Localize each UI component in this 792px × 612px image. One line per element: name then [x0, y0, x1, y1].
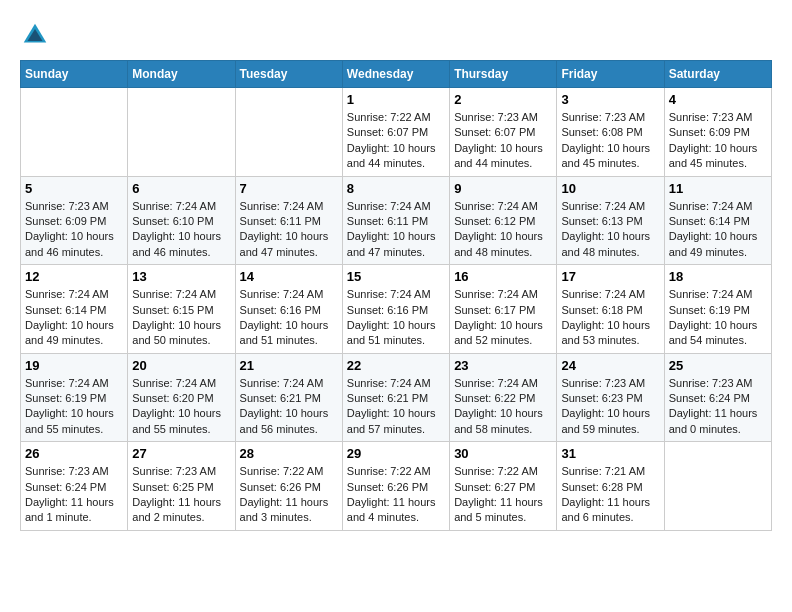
- logo-icon: [20, 20, 50, 50]
- day-number: 9: [454, 181, 552, 196]
- day-number: 26: [25, 446, 123, 461]
- day-info: Sunrise: 7:24 AM Sunset: 6:22 PM Dayligh…: [454, 376, 552, 438]
- calendar-cell: 22Sunrise: 7:24 AM Sunset: 6:21 PM Dayli…: [342, 353, 449, 442]
- day-info: Sunrise: 7:23 AM Sunset: 6:07 PM Dayligh…: [454, 110, 552, 172]
- day-number: 30: [454, 446, 552, 461]
- day-number: 1: [347, 92, 445, 107]
- day-info: Sunrise: 7:24 AM Sunset: 6:17 PM Dayligh…: [454, 287, 552, 349]
- calendar-cell: 28Sunrise: 7:22 AM Sunset: 6:26 PM Dayli…: [235, 442, 342, 531]
- day-info: Sunrise: 7:24 AM Sunset: 6:21 PM Dayligh…: [240, 376, 338, 438]
- calendar-cell: 21Sunrise: 7:24 AM Sunset: 6:21 PM Dayli…: [235, 353, 342, 442]
- day-number: 12: [25, 269, 123, 284]
- day-header-saturday: Saturday: [664, 61, 771, 88]
- day-number: 5: [25, 181, 123, 196]
- calendar-cell: [21, 88, 128, 177]
- day-info: Sunrise: 7:24 AM Sunset: 6:13 PM Dayligh…: [561, 199, 659, 261]
- day-info: Sunrise: 7:24 AM Sunset: 6:12 PM Dayligh…: [454, 199, 552, 261]
- day-header-friday: Friday: [557, 61, 664, 88]
- calendar-cell: 14Sunrise: 7:24 AM Sunset: 6:16 PM Dayli…: [235, 265, 342, 354]
- calendar-cell: 25Sunrise: 7:23 AM Sunset: 6:24 PM Dayli…: [664, 353, 771, 442]
- day-header-thursday: Thursday: [450, 61, 557, 88]
- day-number: 27: [132, 446, 230, 461]
- calendar-cell: 7Sunrise: 7:24 AM Sunset: 6:11 PM Daylig…: [235, 176, 342, 265]
- calendar-cell: 12Sunrise: 7:24 AM Sunset: 6:14 PM Dayli…: [21, 265, 128, 354]
- week-row-3: 12Sunrise: 7:24 AM Sunset: 6:14 PM Dayli…: [21, 265, 772, 354]
- calendar-cell: 4Sunrise: 7:23 AM Sunset: 6:09 PM Daylig…: [664, 88, 771, 177]
- day-number: 13: [132, 269, 230, 284]
- day-info: Sunrise: 7:24 AM Sunset: 6:10 PM Dayligh…: [132, 199, 230, 261]
- day-number: 17: [561, 269, 659, 284]
- day-info: Sunrise: 7:21 AM Sunset: 6:28 PM Dayligh…: [561, 464, 659, 526]
- day-info: Sunrise: 7:23 AM Sunset: 6:09 PM Dayligh…: [25, 199, 123, 261]
- week-row-2: 5Sunrise: 7:23 AM Sunset: 6:09 PM Daylig…: [21, 176, 772, 265]
- day-info: Sunrise: 7:24 AM Sunset: 6:11 PM Dayligh…: [240, 199, 338, 261]
- day-info: Sunrise: 7:24 AM Sunset: 6:21 PM Dayligh…: [347, 376, 445, 438]
- calendar-cell: 10Sunrise: 7:24 AM Sunset: 6:13 PM Dayli…: [557, 176, 664, 265]
- day-number: 15: [347, 269, 445, 284]
- day-header-sunday: Sunday: [21, 61, 128, 88]
- day-info: Sunrise: 7:24 AM Sunset: 6:19 PM Dayligh…: [669, 287, 767, 349]
- calendar-cell: 19Sunrise: 7:24 AM Sunset: 6:19 PM Dayli…: [21, 353, 128, 442]
- day-number: 7: [240, 181, 338, 196]
- day-number: 31: [561, 446, 659, 461]
- day-number: 19: [25, 358, 123, 373]
- day-info: Sunrise: 7:24 AM Sunset: 6:20 PM Dayligh…: [132, 376, 230, 438]
- calendar-cell: 15Sunrise: 7:24 AM Sunset: 6:16 PM Dayli…: [342, 265, 449, 354]
- calendar-cell: 18Sunrise: 7:24 AM Sunset: 6:19 PM Dayli…: [664, 265, 771, 354]
- day-number: 18: [669, 269, 767, 284]
- calendar-cell: 17Sunrise: 7:24 AM Sunset: 6:18 PM Dayli…: [557, 265, 664, 354]
- day-info: Sunrise: 7:23 AM Sunset: 6:24 PM Dayligh…: [669, 376, 767, 438]
- day-info: Sunrise: 7:24 AM Sunset: 6:19 PM Dayligh…: [25, 376, 123, 438]
- calendar-cell: 6Sunrise: 7:24 AM Sunset: 6:10 PM Daylig…: [128, 176, 235, 265]
- calendar-cell: 23Sunrise: 7:24 AM Sunset: 6:22 PM Dayli…: [450, 353, 557, 442]
- calendar-cell: 5Sunrise: 7:23 AM Sunset: 6:09 PM Daylig…: [21, 176, 128, 265]
- calendar-cell: 27Sunrise: 7:23 AM Sunset: 6:25 PM Dayli…: [128, 442, 235, 531]
- day-number: 8: [347, 181, 445, 196]
- week-row-5: 26Sunrise: 7:23 AM Sunset: 6:24 PM Dayli…: [21, 442, 772, 531]
- day-header-monday: Monday: [128, 61, 235, 88]
- day-number: 2: [454, 92, 552, 107]
- day-info: Sunrise: 7:24 AM Sunset: 6:15 PM Dayligh…: [132, 287, 230, 349]
- calendar-cell: 20Sunrise: 7:24 AM Sunset: 6:20 PM Dayli…: [128, 353, 235, 442]
- day-number: 29: [347, 446, 445, 461]
- day-info: Sunrise: 7:23 AM Sunset: 6:25 PM Dayligh…: [132, 464, 230, 526]
- day-number: 4: [669, 92, 767, 107]
- day-info: Sunrise: 7:22 AM Sunset: 6:07 PM Dayligh…: [347, 110, 445, 172]
- day-info: Sunrise: 7:23 AM Sunset: 6:08 PM Dayligh…: [561, 110, 659, 172]
- day-number: 11: [669, 181, 767, 196]
- days-header-row: SundayMondayTuesdayWednesdayThursdayFrid…: [21, 61, 772, 88]
- day-info: Sunrise: 7:23 AM Sunset: 6:23 PM Dayligh…: [561, 376, 659, 438]
- day-info: Sunrise: 7:24 AM Sunset: 6:14 PM Dayligh…: [669, 199, 767, 261]
- logo: [20, 20, 52, 50]
- calendar-cell: [235, 88, 342, 177]
- day-info: Sunrise: 7:23 AM Sunset: 6:09 PM Dayligh…: [669, 110, 767, 172]
- day-info: Sunrise: 7:23 AM Sunset: 6:24 PM Dayligh…: [25, 464, 123, 526]
- calendar-table: SundayMondayTuesdayWednesdayThursdayFrid…: [20, 60, 772, 531]
- day-number: 16: [454, 269, 552, 284]
- day-header-wednesday: Wednesday: [342, 61, 449, 88]
- day-info: Sunrise: 7:24 AM Sunset: 6:16 PM Dayligh…: [347, 287, 445, 349]
- calendar-cell: [664, 442, 771, 531]
- calendar-cell: 16Sunrise: 7:24 AM Sunset: 6:17 PM Dayli…: [450, 265, 557, 354]
- day-number: 25: [669, 358, 767, 373]
- calendar-cell: 29Sunrise: 7:22 AM Sunset: 6:26 PM Dayli…: [342, 442, 449, 531]
- day-number: 22: [347, 358, 445, 373]
- week-row-1: 1Sunrise: 7:22 AM Sunset: 6:07 PM Daylig…: [21, 88, 772, 177]
- day-info: Sunrise: 7:22 AM Sunset: 6:26 PM Dayligh…: [240, 464, 338, 526]
- day-info: Sunrise: 7:24 AM Sunset: 6:18 PM Dayligh…: [561, 287, 659, 349]
- calendar-cell: 2Sunrise: 7:23 AM Sunset: 6:07 PM Daylig…: [450, 88, 557, 177]
- day-number: 6: [132, 181, 230, 196]
- day-number: 23: [454, 358, 552, 373]
- calendar-cell: 8Sunrise: 7:24 AM Sunset: 6:11 PM Daylig…: [342, 176, 449, 265]
- calendar-cell: [128, 88, 235, 177]
- calendar-cell: 31Sunrise: 7:21 AM Sunset: 6:28 PM Dayli…: [557, 442, 664, 531]
- day-info: Sunrise: 7:22 AM Sunset: 6:26 PM Dayligh…: [347, 464, 445, 526]
- calendar-cell: 30Sunrise: 7:22 AM Sunset: 6:27 PM Dayli…: [450, 442, 557, 531]
- calendar-cell: 26Sunrise: 7:23 AM Sunset: 6:24 PM Dayli…: [21, 442, 128, 531]
- calendar-cell: 3Sunrise: 7:23 AM Sunset: 6:08 PM Daylig…: [557, 88, 664, 177]
- day-number: 28: [240, 446, 338, 461]
- day-info: Sunrise: 7:24 AM Sunset: 6:11 PM Dayligh…: [347, 199, 445, 261]
- day-info: Sunrise: 7:24 AM Sunset: 6:16 PM Dayligh…: [240, 287, 338, 349]
- day-number: 10: [561, 181, 659, 196]
- day-info: Sunrise: 7:22 AM Sunset: 6:27 PM Dayligh…: [454, 464, 552, 526]
